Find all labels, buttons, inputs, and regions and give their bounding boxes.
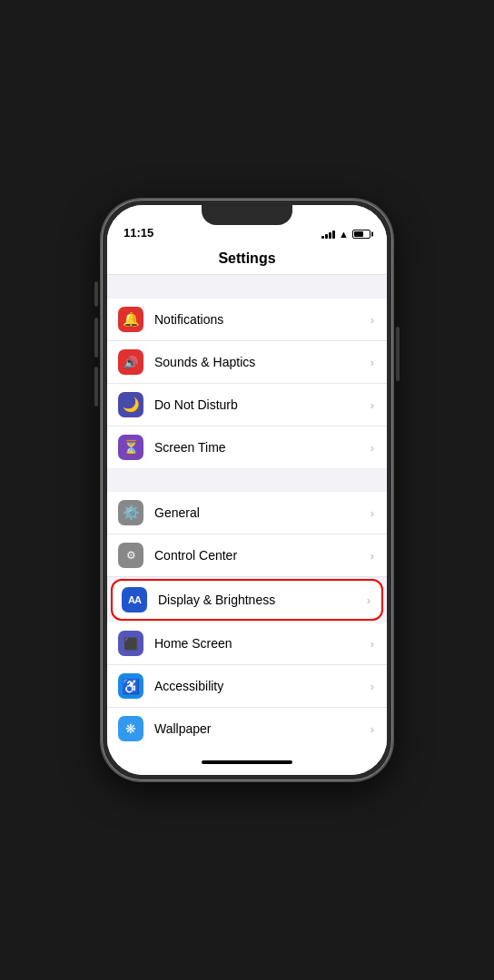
nav-bar: Settings <box>107 245 387 275</box>
chevron-icon: › <box>367 593 370 607</box>
control-center-label: Control Center <box>154 548 370 563</box>
home-indicator <box>202 760 292 764</box>
home-bar <box>107 750 387 775</box>
screen-content: 11:15 ▲ Settings <box>107 205 387 775</box>
signal-icon <box>321 230 335 239</box>
status-time: 11:15 <box>124 226 153 240</box>
settings-row-wallpaper[interactable]: ❋ Wallpaper › <box>107 708 387 750</box>
wifi-icon: ▲ <box>339 229 349 240</box>
settings-row-sounds[interactable]: 🔊 Sounds & Haptics › <box>107 341 387 384</box>
volume-up-button[interactable] <box>94 318 98 358</box>
section-1: 🔔 Notifications › 🔊 Sounds & Haptics › 🌙… <box>107 275 387 468</box>
screen-time-icon: ⏳ <box>118 435 143 460</box>
display-label: Display & Brightness <box>158 593 367 607</box>
sounds-icon: 🔊 <box>118 349 143 375</box>
settings-row-home-screen[interactable]: ⬛ Home Screen › <box>107 622 387 665</box>
settings-row-do-not-disturb[interactable]: 🌙 Do Not Disturb › <box>107 384 387 426</box>
status-icons: ▲ <box>321 229 370 240</box>
accessibility-icon: ♿ <box>118 673 143 699</box>
settings-row-screen-time[interactable]: ⏳ Screen Time › <box>107 426 387 468</box>
notifications-label: Notifications <box>154 312 370 327</box>
settings-row-accessibility[interactable]: ♿ Accessibility › <box>107 665 387 708</box>
mute-button[interactable] <box>94 281 98 307</box>
volume-down-button[interactable] <box>94 367 98 407</box>
notifications-icon: 🔔 <box>118 307 143 332</box>
chevron-icon: › <box>370 441 374 455</box>
wallpaper-icon: ❋ <box>118 716 143 741</box>
settings-list[interactable]: 🔔 Notifications › 🔊 Sounds & Haptics › 🌙… <box>107 275 387 750</box>
settings-row-control-center[interactable]: ⚙ Control Center › <box>107 534 387 577</box>
chevron-icon: › <box>370 722 374 736</box>
settings-row-display[interactable]: AA Display & Brightness › <box>111 579 383 621</box>
do-not-disturb-icon: 🌙 <box>118 392 143 417</box>
screen-time-label: Screen Time <box>154 440 370 455</box>
general-label: General <box>154 505 370 520</box>
phone-screen: 11:15 ▲ Settings <box>107 205 387 775</box>
accessibility-label: Accessibility <box>154 679 370 693</box>
section-2: ⚙️ General › ⚙ Control Center › AA Displ… <box>107 468 387 750</box>
chevron-icon: › <box>370 398 374 412</box>
notch <box>202 205 292 225</box>
chevron-icon: › <box>370 356 374 369</box>
settings-row-general[interactable]: ⚙️ General › <box>107 492 387 534</box>
display-icon: AA <box>122 587 147 612</box>
home-screen-label: Home Screen <box>154 636 370 651</box>
chevron-icon: › <box>370 549 374 563</box>
control-center-icon: ⚙ <box>118 543 143 568</box>
chevron-icon: › <box>370 313 374 327</box>
home-screen-icon: ⬛ <box>118 631 143 656</box>
chevron-icon: › <box>370 680 374 693</box>
do-not-disturb-label: Do Not Disturb <box>154 397 370 412</box>
section-gap-top <box>107 275 387 299</box>
settings-row-notifications[interactable]: 🔔 Notifications › <box>107 299 387 341</box>
chevron-icon: › <box>370 506 374 520</box>
chevron-icon: › <box>370 637 374 651</box>
power-button[interactable] <box>396 327 400 381</box>
section-gap-2 <box>107 468 387 492</box>
battery-status-icon <box>352 230 370 239</box>
phone-frame: 11:15 ▲ Settings <box>102 200 392 780</box>
sounds-label: Sounds & Haptics <box>154 355 370 369</box>
wallpaper-label: Wallpaper <box>154 721 370 736</box>
general-icon: ⚙️ <box>118 500 143 525</box>
page-title: Settings <box>218 250 275 266</box>
